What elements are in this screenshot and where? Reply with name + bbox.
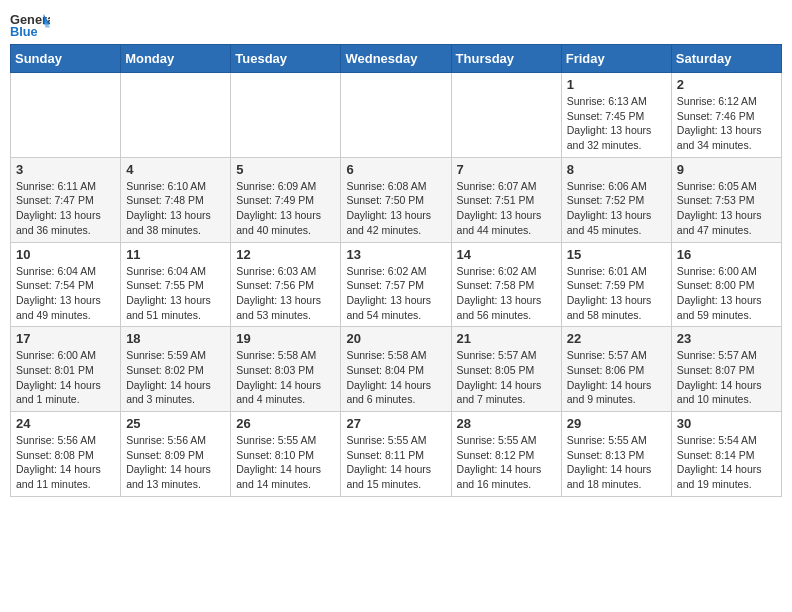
- svg-text:Blue: Blue: [10, 24, 38, 38]
- day-number: 8: [567, 162, 666, 177]
- logo-icon: General Blue: [10, 10, 50, 38]
- day-number: 9: [677, 162, 776, 177]
- calendar-week-row: 24Sunrise: 5:56 AM Sunset: 8:08 PM Dayli…: [11, 412, 782, 497]
- day-info: Sunrise: 5:58 AM Sunset: 8:04 PM Dayligh…: [346, 348, 445, 407]
- day-number: 6: [346, 162, 445, 177]
- day-number: 1: [567, 77, 666, 92]
- day-info: Sunrise: 5:55 AM Sunset: 8:13 PM Dayligh…: [567, 433, 666, 492]
- col-header-monday: Monday: [121, 45, 231, 73]
- calendar-cell: 29Sunrise: 5:55 AM Sunset: 8:13 PM Dayli…: [561, 412, 671, 497]
- calendar-cell: 10Sunrise: 6:04 AM Sunset: 7:54 PM Dayli…: [11, 242, 121, 327]
- calendar-cell: 13Sunrise: 6:02 AM Sunset: 7:57 PM Dayli…: [341, 242, 451, 327]
- day-number: 25: [126, 416, 225, 431]
- day-info: Sunrise: 6:00 AM Sunset: 8:00 PM Dayligh…: [677, 264, 776, 323]
- calendar-week-row: 3Sunrise: 6:11 AM Sunset: 7:47 PM Daylig…: [11, 157, 782, 242]
- calendar-cell: 19Sunrise: 5:58 AM Sunset: 8:03 PM Dayli…: [231, 327, 341, 412]
- day-info: Sunrise: 6:03 AM Sunset: 7:56 PM Dayligh…: [236, 264, 335, 323]
- day-number: 2: [677, 77, 776, 92]
- day-info: Sunrise: 5:56 AM Sunset: 8:08 PM Dayligh…: [16, 433, 115, 492]
- calendar-cell: [11, 73, 121, 158]
- calendar-week-row: 1Sunrise: 6:13 AM Sunset: 7:45 PM Daylig…: [11, 73, 782, 158]
- day-info: Sunrise: 6:02 AM Sunset: 7:57 PM Dayligh…: [346, 264, 445, 323]
- day-number: 23: [677, 331, 776, 346]
- calendar-cell: 23Sunrise: 5:57 AM Sunset: 8:07 PM Dayli…: [671, 327, 781, 412]
- calendar-cell: 21Sunrise: 5:57 AM Sunset: 8:05 PM Dayli…: [451, 327, 561, 412]
- calendar-cell: 15Sunrise: 6:01 AM Sunset: 7:59 PM Dayli…: [561, 242, 671, 327]
- day-info: Sunrise: 5:57 AM Sunset: 8:05 PM Dayligh…: [457, 348, 556, 407]
- day-number: 29: [567, 416, 666, 431]
- calendar-table: SundayMondayTuesdayWednesdayThursdayFrid…: [10, 44, 782, 497]
- day-info: Sunrise: 6:01 AM Sunset: 7:59 PM Dayligh…: [567, 264, 666, 323]
- calendar-cell: 7Sunrise: 6:07 AM Sunset: 7:51 PM Daylig…: [451, 157, 561, 242]
- col-header-saturday: Saturday: [671, 45, 781, 73]
- day-info: Sunrise: 5:55 AM Sunset: 8:12 PM Dayligh…: [457, 433, 556, 492]
- day-number: 30: [677, 416, 776, 431]
- day-number: 3: [16, 162, 115, 177]
- calendar-cell: 6Sunrise: 6:08 AM Sunset: 7:50 PM Daylig…: [341, 157, 451, 242]
- day-info: Sunrise: 6:10 AM Sunset: 7:48 PM Dayligh…: [126, 179, 225, 238]
- calendar-cell: 24Sunrise: 5:56 AM Sunset: 8:08 PM Dayli…: [11, 412, 121, 497]
- calendar-cell: [451, 73, 561, 158]
- day-info: Sunrise: 6:11 AM Sunset: 7:47 PM Dayligh…: [16, 179, 115, 238]
- day-info: Sunrise: 6:00 AM Sunset: 8:01 PM Dayligh…: [16, 348, 115, 407]
- calendar-cell: 9Sunrise: 6:05 AM Sunset: 7:53 PM Daylig…: [671, 157, 781, 242]
- day-info: Sunrise: 5:59 AM Sunset: 8:02 PM Dayligh…: [126, 348, 225, 407]
- calendar-cell: [121, 73, 231, 158]
- day-number: 22: [567, 331, 666, 346]
- calendar-cell: 12Sunrise: 6:03 AM Sunset: 7:56 PM Dayli…: [231, 242, 341, 327]
- day-number: 17: [16, 331, 115, 346]
- calendar-cell: 22Sunrise: 5:57 AM Sunset: 8:06 PM Dayli…: [561, 327, 671, 412]
- calendar-cell: 8Sunrise: 6:06 AM Sunset: 7:52 PM Daylig…: [561, 157, 671, 242]
- day-info: Sunrise: 5:54 AM Sunset: 8:14 PM Dayligh…: [677, 433, 776, 492]
- calendar-cell: 1Sunrise: 6:13 AM Sunset: 7:45 PM Daylig…: [561, 73, 671, 158]
- day-number: 19: [236, 331, 335, 346]
- calendar-cell: [341, 73, 451, 158]
- day-number: 5: [236, 162, 335, 177]
- calendar-cell: 28Sunrise: 5:55 AM Sunset: 8:12 PM Dayli…: [451, 412, 561, 497]
- day-number: 28: [457, 416, 556, 431]
- day-info: Sunrise: 6:04 AM Sunset: 7:55 PM Dayligh…: [126, 264, 225, 323]
- day-info: Sunrise: 6:09 AM Sunset: 7:49 PM Dayligh…: [236, 179, 335, 238]
- day-number: 12: [236, 247, 335, 262]
- day-number: 20: [346, 331, 445, 346]
- logo: General Blue: [10, 10, 50, 38]
- day-number: 13: [346, 247, 445, 262]
- calendar-cell: [231, 73, 341, 158]
- col-header-tuesday: Tuesday: [231, 45, 341, 73]
- day-info: Sunrise: 5:56 AM Sunset: 8:09 PM Dayligh…: [126, 433, 225, 492]
- calendar-header-row: SundayMondayTuesdayWednesdayThursdayFrid…: [11, 45, 782, 73]
- calendar-cell: 2Sunrise: 6:12 AM Sunset: 7:46 PM Daylig…: [671, 73, 781, 158]
- day-number: 24: [16, 416, 115, 431]
- day-number: 26: [236, 416, 335, 431]
- calendar-week-row: 10Sunrise: 6:04 AM Sunset: 7:54 PM Dayli…: [11, 242, 782, 327]
- col-header-friday: Friday: [561, 45, 671, 73]
- calendar-cell: 3Sunrise: 6:11 AM Sunset: 7:47 PM Daylig…: [11, 157, 121, 242]
- day-info: Sunrise: 6:12 AM Sunset: 7:46 PM Dayligh…: [677, 94, 776, 153]
- calendar-cell: 14Sunrise: 6:02 AM Sunset: 7:58 PM Dayli…: [451, 242, 561, 327]
- day-number: 18: [126, 331, 225, 346]
- calendar-cell: 11Sunrise: 6:04 AM Sunset: 7:55 PM Dayli…: [121, 242, 231, 327]
- col-header-sunday: Sunday: [11, 45, 121, 73]
- day-info: Sunrise: 6:13 AM Sunset: 7:45 PM Dayligh…: [567, 94, 666, 153]
- day-info: Sunrise: 6:06 AM Sunset: 7:52 PM Dayligh…: [567, 179, 666, 238]
- day-info: Sunrise: 6:04 AM Sunset: 7:54 PM Dayligh…: [16, 264, 115, 323]
- day-info: Sunrise: 6:05 AM Sunset: 7:53 PM Dayligh…: [677, 179, 776, 238]
- calendar-cell: 18Sunrise: 5:59 AM Sunset: 8:02 PM Dayli…: [121, 327, 231, 412]
- day-info: Sunrise: 5:58 AM Sunset: 8:03 PM Dayligh…: [236, 348, 335, 407]
- day-number: 15: [567, 247, 666, 262]
- calendar-week-row: 17Sunrise: 6:00 AM Sunset: 8:01 PM Dayli…: [11, 327, 782, 412]
- day-number: 11: [126, 247, 225, 262]
- calendar-cell: 20Sunrise: 5:58 AM Sunset: 8:04 PM Dayli…: [341, 327, 451, 412]
- calendar-cell: 25Sunrise: 5:56 AM Sunset: 8:09 PM Dayli…: [121, 412, 231, 497]
- day-info: Sunrise: 5:57 AM Sunset: 8:06 PM Dayligh…: [567, 348, 666, 407]
- page-header: General Blue: [10, 10, 782, 38]
- day-number: 10: [16, 247, 115, 262]
- day-number: 21: [457, 331, 556, 346]
- calendar-cell: 16Sunrise: 6:00 AM Sunset: 8:00 PM Dayli…: [671, 242, 781, 327]
- calendar-cell: 26Sunrise: 5:55 AM Sunset: 8:10 PM Dayli…: [231, 412, 341, 497]
- calendar-cell: 27Sunrise: 5:55 AM Sunset: 8:11 PM Dayli…: [341, 412, 451, 497]
- day-info: Sunrise: 6:08 AM Sunset: 7:50 PM Dayligh…: [346, 179, 445, 238]
- day-number: 27: [346, 416, 445, 431]
- day-number: 14: [457, 247, 556, 262]
- day-number: 16: [677, 247, 776, 262]
